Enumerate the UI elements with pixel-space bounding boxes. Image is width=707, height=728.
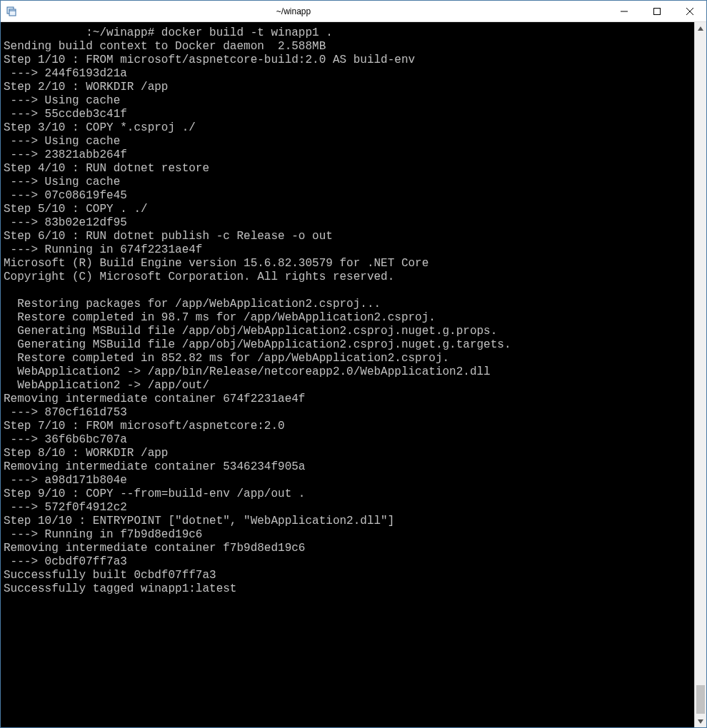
window-controls [608,1,706,21]
svg-marker-7 [698,26,703,31]
titlebar[interactable]: ~/winapp [1,1,706,22]
svg-rect-1 [9,9,16,16]
vertical-scrollbar[interactable] [694,22,706,727]
app-window: ~/winapp :~/winapp# docker build -t wina… [0,0,707,728]
scrollbar-track[interactable] [695,34,706,715]
content-area: :~/winapp# docker build -t winapp1 . Sen… [1,22,706,727]
window-title: ~/winapp [22,6,608,16]
terminal[interactable]: :~/winapp# docker build -t winapp1 . Sen… [1,22,694,727]
maximize-button[interactable] [641,1,673,21]
svg-marker-8 [698,719,703,724]
app-icon [1,6,22,17]
scroll-up-button[interactable] [695,22,706,34]
scroll-down-button[interactable] [695,715,706,727]
svg-rect-4 [654,8,661,14]
terminal-output: :~/winapp# docker build -t winapp1 . Sen… [4,26,691,596]
minimize-button[interactable] [608,1,641,21]
scrollbar-thumb[interactable] [696,685,705,714]
close-button[interactable] [673,1,706,21]
